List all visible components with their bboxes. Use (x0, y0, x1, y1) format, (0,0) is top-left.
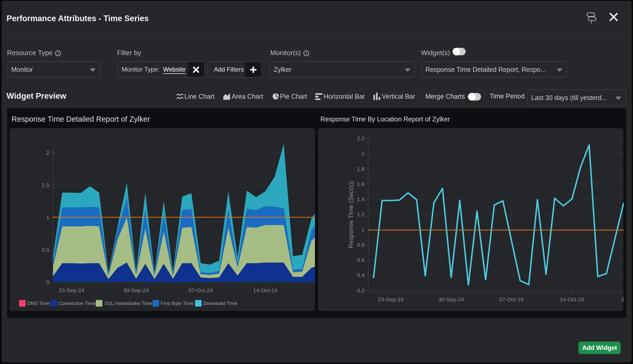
svg-text:07-Oct-24: 07-Oct-24 (499, 296, 524, 302)
svg-text:SSL Handshake Time: SSL Handshake Time (104, 301, 152, 306)
svg-text:07-Oct-24: 07-Oct-24 (189, 287, 213, 293)
svg-text:1.5: 1.5 (42, 182, 49, 188)
svg-text:0.2: 0.2 (357, 287, 365, 293)
svg-text:1.8: 1.8 (357, 166, 365, 172)
svg-text:2.2: 2.2 (357, 135, 365, 141)
svg-text:2: 2 (361, 150, 365, 156)
svg-text:0: 0 (46, 279, 49, 285)
svg-text:0.5: 0.5 (42, 247, 49, 253)
svg-text:Response Time (Sec(s)): Response Time (Sec(s)) (347, 181, 354, 249)
svg-text:23-Sep-24: 23-Sep-24 (59, 287, 84, 293)
svg-text:23-Sep-24: 23-Sep-24 (378, 296, 403, 302)
svg-text:2: 2 (46, 150, 49, 156)
svg-text:First Byte Time: First Byte Time (161, 301, 194, 306)
svg-text:1: 1 (361, 227, 365, 233)
svg-text:2: 2 (621, 296, 624, 302)
svg-text:1.4: 1.4 (357, 196, 365, 202)
svg-text:1.2: 1.2 (357, 211, 365, 217)
svg-text:30-Sep-24: 30-Sep-24 (438, 296, 464, 302)
svg-text:0.4: 0.4 (357, 272, 365, 278)
svg-text:1: 1 (46, 214, 49, 220)
svg-text:30-Sep-24: 30-Sep-24 (123, 287, 149, 293)
svg-text:0.6: 0.6 (357, 257, 365, 263)
svg-text:1.6: 1.6 (357, 181, 365, 187)
svg-text:0.8: 0.8 (357, 242, 365, 248)
svg-text:14-Oct-24: 14-Oct-24 (560, 296, 584, 302)
svg-text:DNS Time: DNS Time (27, 301, 50, 306)
svg-text:14-Oct-24: 14-Oct-24 (253, 287, 278, 293)
svg-text:Connection Time: Connection Time (58, 301, 96, 306)
svg-text:Download Time: Download Time (203, 301, 237, 306)
